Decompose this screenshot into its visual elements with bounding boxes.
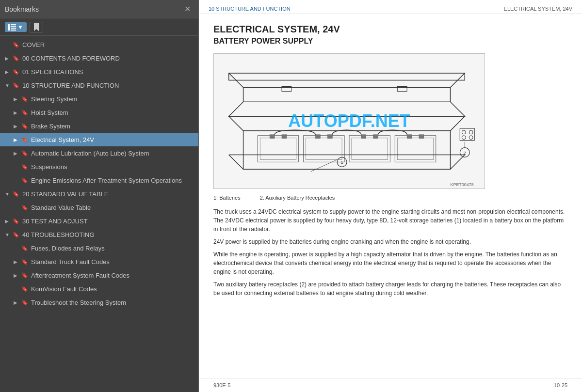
svg-rect-1 bbox=[11, 24, 16, 25]
sidebar-item-steering[interactable]: 🔖Steering System bbox=[0, 92, 198, 106]
bookmark-icon-brake: 🔖 bbox=[21, 123, 28, 129]
sidebar-item-stdvaluetable[interactable]: 🔖Standard Value Table bbox=[0, 201, 198, 214]
sidebar-item-brake[interactable]: 🔖Brake System bbox=[0, 119, 198, 133]
sidebar-item-hoist[interactable]: 🔖Hoist System bbox=[0, 106, 198, 119]
expand-arrow-contents bbox=[5, 56, 11, 61]
bookmark-icon-komvision: 🔖 bbox=[21, 286, 28, 292]
sidebar-toolbar: ▼ bbox=[0, 18, 198, 36]
expand-arrow-structure bbox=[5, 83, 11, 88]
svg-rect-19 bbox=[316, 135, 321, 139]
expand-arrow-troubleshoot-steering bbox=[14, 300, 19, 305]
sidebar-item-cover[interactable]: 🔖COVER bbox=[0, 38, 198, 51]
sidebar-item-label-troubleshooting: 40 TROUBLESHOOTING bbox=[22, 231, 95, 238]
bookmark-icon-btn[interactable] bbox=[30, 22, 43, 32]
expand-arrow-autolube bbox=[14, 151, 19, 156]
sidebar-item-label-cover: COVER bbox=[22, 41, 45, 48]
paragraph-3: While the engine is operating, power is … bbox=[213, 250, 567, 276]
sidebar-item-autolube[interactable]: 🔖Automatic Lubrication (Auto Lube) Syste… bbox=[0, 146, 198, 160]
header-right: ELECTRICAL SYSTEM, 24V bbox=[504, 6, 572, 12]
expand-arrow-specs bbox=[5, 69, 11, 75]
doc-title: ELECTRICAL SYSTEM, 24V bbox=[213, 24, 567, 35]
bookmark-icon-fuses: 🔖 bbox=[21, 245, 28, 251]
expand-arrow-stdvalue bbox=[5, 191, 11, 197]
sidebar-item-label-brake: Brake System bbox=[31, 123, 70, 130]
bookmark-icon-troubleshoot-steering: 🔖 bbox=[21, 299, 28, 306]
doc-body[interactable]: ELECTRICAL SYSTEM, 24V BATTERY POWER SUP… bbox=[199, 14, 582, 378]
svg-rect-5 bbox=[214, 54, 484, 188]
bookmark-list-btn[interactable]: ▼ bbox=[5, 22, 27, 32]
sidebar-item-label-suspensions: Suspensions bbox=[31, 163, 67, 171]
sidebar-item-troubleshoot-steering[interactable]: 🔖Troubleshoot the Steering System bbox=[0, 296, 198, 309]
sidebar-item-aftertreatment[interactable]: 🔖Aftertreatment System Fault Codes bbox=[0, 268, 198, 282]
sidebar: Bookmarks ✕ ▼ 🔖COVER🔖00 CONTENTS AND FOR… bbox=[0, 0, 199, 392]
svg-rect-4 bbox=[11, 30, 16, 31]
sidebar-item-label-autolube: Automatic Lubrication (Auto Lube) System bbox=[31, 150, 149, 157]
bookmark-icon-hoist: 🔖 bbox=[21, 110, 28, 116]
svg-rect-20 bbox=[327, 135, 332, 139]
bookmark-icon-stdvaluetable: 🔖 bbox=[21, 204, 28, 211]
sidebar-item-label-emissions: Engine Emissions After-Treatment System … bbox=[31, 177, 182, 184]
sidebar-item-label-faultcodes: Standard Truck Fault Codes bbox=[31, 258, 110, 266]
bookmark-icon-electrical: 🔖 bbox=[21, 137, 28, 143]
sidebar-item-testadjust[interactable]: 🔖30 TEST AND ADJUST bbox=[0, 214, 198, 228]
caption-2: 2. Auxiliary Battery Receptacles bbox=[260, 195, 335, 201]
sidebar-item-label-testadjust: 30 TEST AND ADJUST bbox=[22, 218, 88, 225]
sidebar-item-label-electrical: Electrical System, 24V bbox=[31, 136, 94, 143]
sidebar-item-label-steering: Steering System bbox=[31, 95, 77, 103]
bookmark-icon-autolube: 🔖 bbox=[21, 150, 28, 157]
sidebar-item-label-aftertreatment: Aftertreatment System Fault Codes bbox=[31, 272, 129, 279]
bookmark-icon-emissions: 🔖 bbox=[21, 177, 28, 184]
expand-arrow-electrical bbox=[14, 137, 19, 142]
bookmark-icon-cover: 🔖 bbox=[13, 42, 19, 48]
sidebar-item-stdvalue[interactable]: 🔖20 STANDARD VALUE TABLE bbox=[0, 187, 198, 201]
bookmark-icon-troubleshooting: 🔖 bbox=[13, 232, 19, 238]
sidebar-item-contents[interactable]: 🔖00 CONTENTS AND FOREWORD bbox=[0, 51, 198, 65]
sidebar-item-komvision[interactable]: 🔖KomVision Fault Codes bbox=[0, 282, 198, 296]
sidebar-header: Bookmarks ✕ bbox=[0, 0, 198, 18]
expand-arrow-steering bbox=[14, 96, 19, 102]
sidebar-item-label-hoist: Hoist System bbox=[31, 109, 68, 116]
bookmark-icon-suspensions: 🔖 bbox=[21, 164, 28, 170]
sidebar-item-label-troubleshoot-steering: Troubleshoot the Steering System bbox=[31, 299, 126, 306]
sidebar-item-specs[interactable]: 🔖01 SPECIFICATIONS bbox=[0, 65, 198, 78]
expand-arrow-troubleshooting bbox=[5, 232, 11, 237]
svg-rect-27 bbox=[407, 135, 412, 139]
paragraph-4: Two auxiliary battery receptacles (2) ar… bbox=[213, 280, 567, 298]
sidebar-item-label-structure: 10 STRUCTURE AND FUNCTION bbox=[22, 82, 119, 89]
svg-rect-3 bbox=[11, 28, 16, 29]
sidebar-item-faultcodes[interactable]: 🔖Standard Truck Fault Codes bbox=[0, 255, 198, 268]
bookmark-icon-faultcodes: 🔖 bbox=[21, 259, 28, 265]
main-content: 10 STRUCTURE AND FUNCTION ELECTRICAL SYS… bbox=[199, 0, 582, 392]
close-button[interactable]: ✕ bbox=[181, 3, 194, 15]
header-left: 10 STRUCTURE AND FUNCTION bbox=[209, 6, 291, 12]
doc-footer: 930E-5 10-25 bbox=[199, 378, 582, 392]
bookmark-icon-steering: 🔖 bbox=[21, 96, 28, 102]
sidebar-item-label-fuses: Fuses, Diodes and Relays bbox=[31, 245, 105, 252]
bookmark-icon-testadjust: 🔖 bbox=[13, 218, 19, 224]
bookmark-icon-contents: 🔖 bbox=[13, 55, 19, 62]
svg-text:2: 2 bbox=[464, 150, 467, 156]
svg-text:KPET00478: KPET00478 bbox=[451, 182, 474, 187]
bookmark-icon-aftertreatment: 🔖 bbox=[21, 272, 28, 279]
sidebar-item-label-specs: 01 SPECIFICATIONS bbox=[22, 68, 83, 76]
sidebar-item-suspensions[interactable]: 🔖Suspensions bbox=[0, 160, 198, 173]
svg-rect-16 bbox=[282, 135, 287, 139]
sidebar-item-label-contents: 00 CONTENTS AND FOREWORD bbox=[22, 55, 120, 62]
expand-arrow-faultcodes bbox=[14, 259, 19, 265]
sidebar-item-electrical[interactable]: 🔖Electrical System, 24V bbox=[0, 133, 198, 146]
sidebar-item-fuses[interactable]: 🔖Fuses, Diodes and Relays bbox=[0, 241, 198, 255]
sidebar-item-emissions[interactable]: 🔖Engine Emissions After-Treatment System… bbox=[0, 173, 198, 187]
caption-1: 1. Batteries bbox=[213, 195, 241, 201]
svg-text:1: 1 bbox=[340, 159, 343, 165]
sidebar-item-label-komvision: KomVision Fault Codes bbox=[31, 285, 97, 293]
sidebar-item-troubleshooting[interactable]: 🔖40 TROUBLESHOOTING bbox=[0, 228, 198, 241]
bookmark-icon-stdvalue: 🔖 bbox=[13, 191, 19, 197]
figure-caption: 1. Batteries 2. Auxiliary Battery Recept… bbox=[213, 195, 567, 201]
expand-arrow-brake bbox=[14, 124, 19, 129]
sidebar-item-structure[interactable]: 🔖10 STRUCTURE AND FUNCTION bbox=[0, 78, 198, 92]
svg-rect-28 bbox=[419, 135, 424, 139]
expand-arrow-aftertreatment bbox=[14, 273, 19, 278]
sidebar-item-label-stdvaluetable: Standard Value Table bbox=[31, 204, 91, 211]
sidebar-tree: 🔖COVER🔖00 CONTENTS AND FOREWORD🔖01 SPECI… bbox=[0, 36, 198, 392]
expand-arrow-testadjust bbox=[5, 219, 11, 224]
